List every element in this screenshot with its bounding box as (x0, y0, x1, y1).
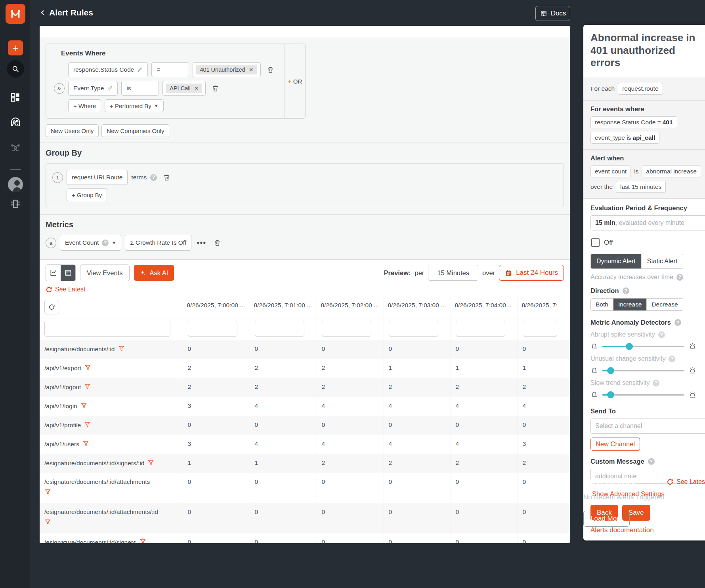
column-filter-input[interactable] (255, 321, 305, 337)
alerts-documentation-link[interactable]: Alerts documentation (590, 526, 654, 534)
direction-decrease[interactable]: Decrease (646, 299, 682, 310)
sparkle-icon (140, 270, 147, 276)
remove-value-icon[interactable]: ✕ (249, 67, 254, 73)
moesif-logo-icon[interactable] (6, 4, 25, 24)
new-companies-only-button[interactable]: New Companies Only (101, 124, 169, 137)
growth-rate-toggle[interactable]: Σ Growth Rate Is Off (125, 235, 191, 251)
group-by-field-chip[interactable]: request.URI Route (67, 170, 128, 185)
help-icon[interactable]: ? (658, 331, 665, 338)
trash-icon[interactable] (212, 85, 219, 92)
filter-funnel-icon[interactable] (118, 345, 125, 352)
value-chip[interactable]: API Call✕ (162, 81, 206, 96)
direction-increase[interactable]: Increase (613, 299, 646, 310)
column-header[interactable]: 8/26/2025, 7:01:00 ... (250, 296, 317, 318)
column-header[interactable]: 8/26/2025, 7:03:00 ... (384, 296, 451, 318)
see-latest-link[interactable]: See Latest (46, 286, 86, 293)
column-filter-input[interactable] (44, 321, 170, 337)
new-channel-button[interactable]: New Channel (590, 438, 640, 451)
for-each-chip[interactable]: request.route (618, 83, 663, 95)
dashboards-icon[interactable] (10, 92, 21, 103)
window-chip[interactable]: last 15 minutes (616, 181, 666, 193)
sensitivity-label: Unusual change sensitivity? (590, 355, 705, 362)
filter-funnel-icon[interactable] (84, 421, 91, 428)
time-range-button[interactable]: Last 24 Hours (499, 265, 564, 281)
remove-value-icon[interactable]: ✕ (194, 85, 199, 91)
view-events-button[interactable]: View Events (80, 265, 130, 281)
operator-chip[interactable]: is (121, 81, 159, 96)
audience-icon[interactable] (10, 117, 21, 128)
field-chip[interactable]: Event Type (68, 81, 118, 96)
help-icon[interactable]: ? (623, 287, 629, 294)
add-or-button[interactable]: + OR (285, 44, 305, 118)
channel-select[interactable]: Select a channel (590, 419, 705, 434)
add-button[interactable]: + (8, 40, 23, 55)
interval-select[interactable]: 15 Minutes (428, 265, 478, 281)
slider-track[interactable] (602, 394, 684, 396)
filter-funnel-icon[interactable] (80, 402, 87, 409)
column-header[interactable]: 8/26/2025, 7:00:00 ... (183, 296, 250, 318)
operator-chip[interactable]: = (151, 62, 189, 77)
slider-thumb[interactable] (607, 391, 614, 398)
table-view-icon[interactable] (61, 265, 75, 281)
filter-funnel-icon[interactable] (84, 364, 91, 371)
column-header[interactable]: 8/26/2025, 7:02:00 ... (317, 296, 384, 318)
value-chip[interactable]: 401 Unauthorized✕ (193, 62, 260, 77)
metric-chip[interactable]: event count (590, 166, 631, 177)
add-group-by-button[interactable]: + Group By (67, 188, 107, 201)
filter-funnel-icon[interactable] (82, 440, 89, 447)
route-label: /api/v1/export (44, 365, 81, 371)
column-filter-input[interactable] (456, 321, 506, 337)
slider-thumb[interactable] (626, 343, 633, 350)
column-header[interactable]: 8/26/2025, 7: (518, 296, 570, 318)
column-filter-input[interactable] (322, 321, 372, 337)
load-more-button[interactable]: Load More (583, 511, 630, 527)
metric-select[interactable]: Event Count ? ▼ (60, 235, 121, 251)
slider-thumb[interactable] (607, 367, 614, 374)
off-checkbox[interactable] (591, 238, 600, 247)
column-header[interactable]: 8/26/2025, 7:04:00 ... (451, 296, 518, 318)
direction-both[interactable]: Both (591, 299, 613, 310)
eval-period-input[interactable]: 15 min, evaluated every minute (590, 215, 705, 230)
help-icon[interactable]: ? (676, 274, 683, 281)
filter-funnel-icon[interactable] (84, 383, 91, 390)
history-see-latest-link[interactable]: See Latest (667, 478, 705, 485)
back-chevron-icon[interactable] (40, 9, 46, 17)
add-performed-by-button[interactable]: + Performed By▼ (105, 99, 164, 112)
column-filter-input[interactable] (389, 321, 439, 337)
static-alert-option[interactable]: Static Alert (641, 254, 683, 268)
filter-funnel-icon[interactable] (147, 459, 154, 466)
trash-icon[interactable] (267, 66, 274, 74)
field-chip[interactable]: response.Status Code (68, 62, 148, 77)
help-icon[interactable]: ? (648, 458, 655, 465)
send-to-label: Send To (590, 407, 705, 415)
conjunction-badge[interactable]: & (54, 83, 65, 94)
help-icon[interactable]: ? (102, 240, 109, 246)
filter-funnel-icon[interactable] (44, 519, 51, 525)
slider-track[interactable] (602, 370, 684, 371)
no-alerts-message: No Recent Alerts Triggered (583, 493, 705, 501)
column-filter-input[interactable] (188, 321, 238, 337)
trash-icon[interactable] (214, 239, 221, 247)
avatar[interactable] (8, 177, 23, 192)
slider-track[interactable] (602, 346, 684, 347)
chart-view-icon[interactable] (46, 265, 61, 281)
company-icon[interactable] (10, 198, 21, 209)
ask-ai-button[interactable]: Ask AI (134, 265, 174, 281)
dynamic-alert-option[interactable]: Dynamic Alert (591, 254, 641, 268)
alert-type-chip[interactable]: abnormal increase (642, 166, 701, 177)
add-where-button[interactable]: + Where (68, 99, 101, 112)
filter-funnel-icon[interactable] (139, 539, 146, 543)
new-users-only-button[interactable]: New Users Only (46, 124, 99, 137)
docs-button[interactable]: Docs (535, 6, 570, 21)
help-icon[interactable]: ? (669, 356, 675, 362)
column-filter-input[interactable] (523, 321, 558, 337)
search-icon[interactable] (7, 60, 24, 78)
trash-icon[interactable] (163, 174, 170, 181)
help-icon[interactable]: ? (150, 174, 157, 181)
user-flow-icon[interactable] (10, 142, 21, 153)
filter-funnel-icon[interactable] (44, 489, 51, 495)
more-options-icon[interactable]: ••• (195, 238, 208, 247)
help-icon[interactable]: ? (653, 380, 659, 386)
help-icon[interactable]: ? (674, 319, 681, 326)
table-refresh-button[interactable] (44, 300, 59, 314)
